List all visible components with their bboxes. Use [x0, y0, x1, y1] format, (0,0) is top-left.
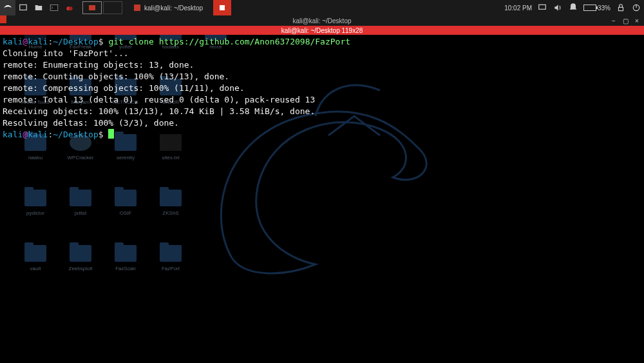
- icon-label: OSIF: [120, 210, 132, 216]
- prompt-user: kali: [3, 37, 23, 46]
- output-line: Cloning into 'FazPort'...: [3, 48, 129, 58]
- volume-icon[interactable]: [553, 3, 563, 13]
- icon-label: FazScan: [115, 266, 136, 271]
- icon-label: serenity: [117, 155, 135, 161]
- icon-label: naabu: [28, 155, 43, 161]
- icon-label: pydictor: [26, 210, 44, 216]
- workspace-switcher[interactable]: [82, 1, 124, 14]
- icon-label: ZKShS: [162, 210, 178, 216]
- prompt-dollar: $: [99, 130, 104, 139]
- display-icon[interactable]: [537, 3, 547, 13]
- desktop-icon-osif[interactable]: OSIF: [103, 190, 148, 240]
- desktop-icon-fazscan[interactable]: FazScan: [103, 245, 148, 295]
- desktop-icon-zeebsploit[interactable]: Zeebsploit: [58, 245, 103, 295]
- prompt-dollar: $: [99, 37, 104, 46]
- workspace-2[interactable]: [103, 1, 122, 14]
- svg-rect-6: [619, 7, 623, 10]
- desktop-icon-pdlist[interactable]: pdlist: [58, 190, 103, 240]
- svg-rect-1: [50, 5, 58, 10]
- battery-percent: 33%: [598, 5, 611, 12]
- prompt-path: ~/Desktop: [53, 37, 98, 46]
- desktop-icon-vault[interactable]: vault: [13, 245, 58, 295]
- clock[interactable]: 10:02 PM: [504, 5, 532, 12]
- prompt-at: @: [23, 130, 28, 139]
- lock-icon[interactable]: [616, 3, 626, 13]
- terminal-tab-label: kali@kali: ~/Desktop 119x28: [281, 27, 363, 34]
- output-line: Receiving objects: 100% (13/13), 10.74 K…: [3, 106, 315, 116]
- prompt-path: ~/Desktop: [53, 130, 98, 139]
- terminal-titlebar[interactable]: kali@kali: ~/Desktop − ▢ ×: [0, 15, 644, 26]
- battery-indicator[interactable]: 33%: [583, 5, 611, 12]
- show-desktop-button[interactable]: [15, 0, 31, 15]
- output-line: remote: Counting objects: 100% (13/13), …: [3, 72, 229, 81]
- prompt-host: kali: [28, 130, 48, 139]
- output-line: Resolving deltas: 100% (3/3), done.: [3, 118, 179, 128]
- notifications-icon[interactable]: [568, 3, 578, 13]
- prompt-host: kali: [28, 37, 48, 46]
- system-tray: 10:02 PM 33%: [504, 0, 644, 15]
- folder-icon: [160, 190, 182, 206]
- taskbar-item-terminal[interactable]: kali@kali: ~/Desktop: [128, 0, 209, 15]
- terminal-window: kali@kali: ~/Desktop − ▢ × kali@kali: ~/…: [0, 15, 644, 142]
- terminal-launcher[interactable]: [46, 0, 62, 15]
- cherrytree-launcher[interactable]: [62, 0, 77, 15]
- taskbar-left: kali@kali: ~/Desktop: [0, 0, 231, 15]
- taskbar-item-recording[interactable]: [213, 0, 231, 15]
- svg-rect-0: [20, 5, 27, 10]
- icon-label: pdlist: [75, 210, 87, 216]
- desktop-icon-pydictor[interactable]: pydictor: [13, 190, 58, 240]
- workspace-1[interactable]: [82, 1, 102, 14]
- svg-rect-5: [539, 5, 546, 9]
- output-line: remote: Enumerating objects: 13, done.: [3, 60, 194, 70]
- desktop-icon-fazport[interactable]: FazPort: [148, 245, 193, 295]
- desktop-icon-zkshs[interactable]: ZKShS: [148, 190, 193, 240]
- terminal-task-icon: [134, 5, 140, 11]
- folder-icon: [115, 245, 137, 262]
- icon-label: WPCracker: [68, 155, 94, 161]
- file-manager-button[interactable]: [31, 0, 46, 15]
- folder-icon: [24, 245, 46, 262]
- terminal-tab[interactable]: kali@kali: ~/Desktop 119x28: [0, 26, 644, 35]
- folder-icon: [24, 190, 46, 206]
- prompt-at: @: [23, 37, 28, 46]
- taskbar-item-label: kali@kali: ~/Desktop: [144, 5, 203, 12]
- icon-label: vault: [30, 266, 41, 271]
- power-icon[interactable]: [631, 3, 641, 13]
- svg-point-3: [69, 6, 73, 10]
- output-line: remote: Total 13 (delta 0), reused 0 (de…: [3, 95, 315, 104]
- output-line: remote: Compressing objects: 100% (11/11…: [3, 83, 245, 93]
- terminal-body[interactable]: kali@kali:~/Desktop$ git clone https://g…: [0, 35, 644, 142]
- svg-rect-4: [220, 5, 225, 10]
- icon-label: Zeebsploit: [69, 266, 93, 271]
- folder-icon: [70, 245, 91, 262]
- taskbar: kali@kali: ~/Desktop 10:02 PM 33%: [0, 0, 644, 15]
- cursor: [108, 129, 114, 139]
- terminal-title: kali@kali: ~/Desktop: [0, 17, 644, 25]
- folder-icon: [115, 190, 137, 206]
- icon-label: sites.txt: [162, 155, 179, 161]
- command-line: git clone https://github.com/Anon6372098…: [104, 37, 351, 46]
- folder-icon: [160, 245, 182, 262]
- folder-icon: [70, 190, 91, 206]
- prompt-user: kali: [3, 130, 23, 139]
- start-menu-button[interactable]: [0, 0, 15, 15]
- icon-label: FazPort: [162, 266, 180, 271]
